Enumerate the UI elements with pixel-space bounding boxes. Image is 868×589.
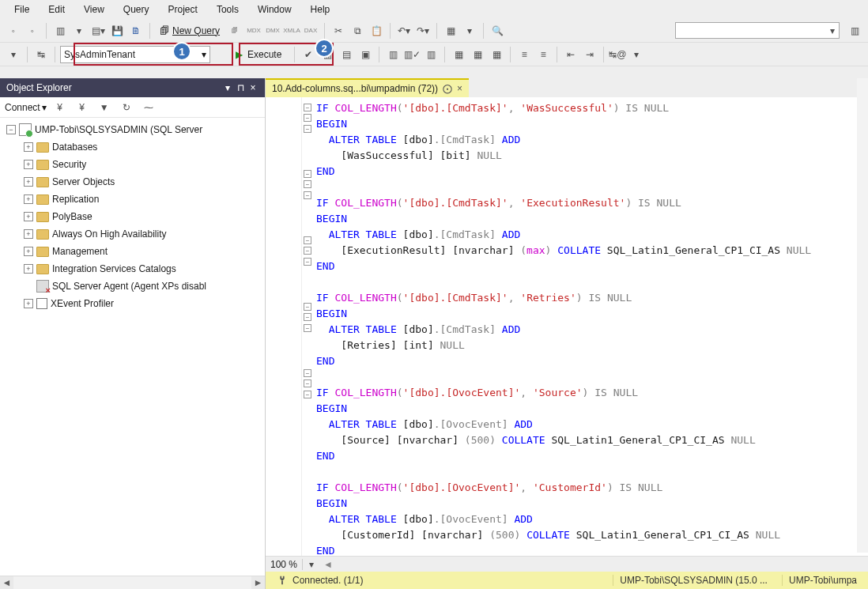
chevron-down-icon[interactable]: ▾ (303, 556, 320, 573)
menu-view[interactable]: View (74, 2, 114, 17)
separator (436, 23, 437, 39)
redo-icon[interactable]: ↷▾ (414, 22, 432, 40)
expand-icon[interactable]: + (24, 229, 33, 239)
save-icon[interactable]: 💾 (108, 22, 126, 40)
open-file-icon[interactable]: ▤▾ (89, 22, 107, 40)
new-query-label: New Query (172, 25, 220, 36)
new-query-button[interactable]: 🗐 New Query (155, 25, 225, 36)
tree-node-replication[interactable]: +Replication (3, 191, 265, 208)
close-icon[interactable]: × (457, 83, 462, 94)
menu-project[interactable]: Project (159, 2, 207, 17)
indent-left-icon[interactable]: ⇤ (562, 46, 579, 63)
horizontal-scrollbar[interactable]: ◄ ► (0, 576, 265, 589)
results-file-icon[interactable]: ▦ (488, 46, 505, 63)
tree-node-management[interactable]: +Management (3, 243, 265, 260)
menu-file[interactable]: File (5, 2, 39, 17)
expand-icon[interactable]: + (24, 160, 33, 169)
filter-icon[interactable]: ▼ (96, 99, 113, 116)
pin-icon[interactable]: ⊓ (235, 82, 246, 93)
connect-button[interactable]: Connect ▾ (5, 102, 47, 113)
comment-icon[interactable]: ≡ (515, 46, 533, 63)
indent-right-icon[interactable]: ⇥ (581, 46, 598, 63)
tree-node-alwayson[interactable]: +Always On High Availability (3, 225, 265, 243)
copy-icon[interactable]: ⧉ (349, 22, 366, 40)
disconnect-all-icon[interactable]: ¥ (74, 99, 91, 116)
expand-icon[interactable]: + (24, 177, 33, 187)
zoom-bar: 100 % ▾ ◄ (266, 556, 868, 572)
tree-node-iscatalogs[interactable]: +Integration Services Catalogs (3, 260, 265, 278)
expand-icon[interactable]: + (24, 247, 33, 256)
scroll-left-icon[interactable]: ◄ (0, 576, 13, 590)
actual-plan-icon[interactable]: ▥ (384, 46, 402, 63)
object-explorer-title: Object Explorer (6, 82, 72, 93)
disconnect-icon[interactable]: ¥ (51, 99, 69, 116)
tree-server-node[interactable]: − UMP-Tobi\SQLSYSADMIN (SQL Server (3, 121, 265, 138)
undo-icon[interactable]: ↶▾ (395, 22, 413, 40)
dmx-icon[interactable]: DMX (264, 22, 281, 40)
query-options-icon[interactable]: ▤ (338, 46, 355, 63)
tree-node-sqlagent[interactable]: SQL Server Agent (Agent XPs disabl (3, 278, 265, 295)
expand-icon[interactable]: + (24, 264, 33, 274)
status-bar: Connected. (1/1) UMP-Tobi\SQLSYSADMIN (1… (266, 572, 868, 589)
results-grid-icon[interactable]: ▦ (450, 46, 467, 63)
tree-node-xevent[interactable]: +XEvent Profiler (3, 295, 265, 312)
chevron-down-icon: ▾ (42, 102, 47, 113)
window-position-icon[interactable]: ▾ (222, 82, 233, 93)
scroll-left-icon[interactable]: ◄ (323, 559, 333, 570)
expand-icon[interactable]: + (24, 299, 33, 308)
pin-icon[interactable]: ⨀ (443, 83, 452, 94)
client-stats-icon[interactable]: ▥ (422, 46, 440, 63)
use-db-icon[interactable]: ↹ (32, 46, 50, 63)
chevron-down-icon[interactable]: ▾ (826, 25, 839, 36)
tree-node-databases[interactable]: +Databases (3, 138, 265, 156)
intellisense-icon[interactable]: ▣ (357, 46, 374, 63)
nav-fwd-icon[interactable]: ◦ (24, 22, 41, 40)
live-stats-icon[interactable]: ▥✓ (403, 46, 421, 63)
object-explorer-tree[interactable]: − UMP-Tobi\SQLSYSADMIN (SQL Server +Data… (0, 118, 265, 576)
tree-node-security[interactable]: +Security (3, 156, 265, 173)
editor-tab-active[interactable]: 10.Add-columns.sq...bi\umpadmin (72)) ⨀ … (266, 78, 469, 97)
fold-gutter[interactable]: −−− −−− −−− −−− −−− (302, 97, 313, 556)
cut-icon[interactable]: ✂ (330, 22, 347, 40)
scroll-right-icon[interactable]: ► (251, 576, 265, 590)
save-all-icon[interactable]: 🗎 (127, 22, 145, 40)
zoom-level[interactable]: 100 % (266, 559, 303, 570)
properties-icon[interactable]: ▦ (442, 22, 459, 40)
refresh-icon[interactable]: ↻ (118, 99, 135, 116)
menu-tools[interactable]: Tools (207, 2, 248, 17)
tree-node-polybase[interactable]: +PolyBase (3, 208, 265, 225)
de-icon[interactable]: 🗐 (226, 22, 243, 40)
expand-icon[interactable]: + (24, 142, 33, 152)
tree-label: Management (52, 246, 108, 257)
separator (46, 23, 47, 39)
toolbar-overflow-icon[interactable]: ▾ (628, 46, 645, 63)
menu-query[interactable]: Query (114, 2, 159, 17)
expand-icon[interactable]: + (24, 212, 33, 221)
quick-launch-input[interactable]: ▾ (675, 22, 840, 39)
activity-icon[interactable]: ⁓ (140, 99, 157, 116)
menu-window[interactable]: Window (248, 2, 301, 17)
menu-help[interactable]: Help (301, 2, 340, 17)
code-editor[interactable]: IF COL_LENGTH('[dbo].[CmdTask]', 'WasSuc… (313, 97, 868, 556)
open-icon[interactable]: ▾ (70, 22, 88, 40)
line-gutter (266, 97, 302, 556)
expand-icon[interactable]: + (24, 194, 33, 204)
uncomment-icon[interactable]: ≡ (534, 46, 552, 63)
new-item-icon[interactable]: ▥ (51, 22, 69, 40)
toolbar-overflow-icon[interactable]: ▥ (846, 22, 863, 40)
collapse-icon[interactable]: − (6, 125, 16, 134)
tree-node-server-objects[interactable]: +Server Objects (3, 173, 265, 191)
paste-icon[interactable]: 📋 (368, 22, 385, 40)
nav-back-icon[interactable]: ◦ (5, 22, 22, 40)
dax-icon[interactable]: DAX (302, 22, 319, 40)
xmla-icon[interactable]: XMLA (283, 22, 300, 40)
results-text-icon[interactable]: ▦ (469, 46, 486, 63)
code-area: −−− −−− −−− −−− −−− IF COL_LENGTH('[dbo]… (266, 97, 868, 556)
close-icon[interactable]: × (247, 82, 259, 93)
specify-values-icon[interactable]: ↹@ (609, 46, 626, 63)
dropdown-icon[interactable]: ▾ (5, 46, 22, 63)
dropdown-icon[interactable]: ▾ (461, 22, 478, 40)
mdx-icon[interactable]: MDX (245, 22, 262, 40)
find-icon[interactable]: 🔍 (489, 22, 506, 40)
menu-edit[interactable]: Edit (39, 2, 74, 17)
